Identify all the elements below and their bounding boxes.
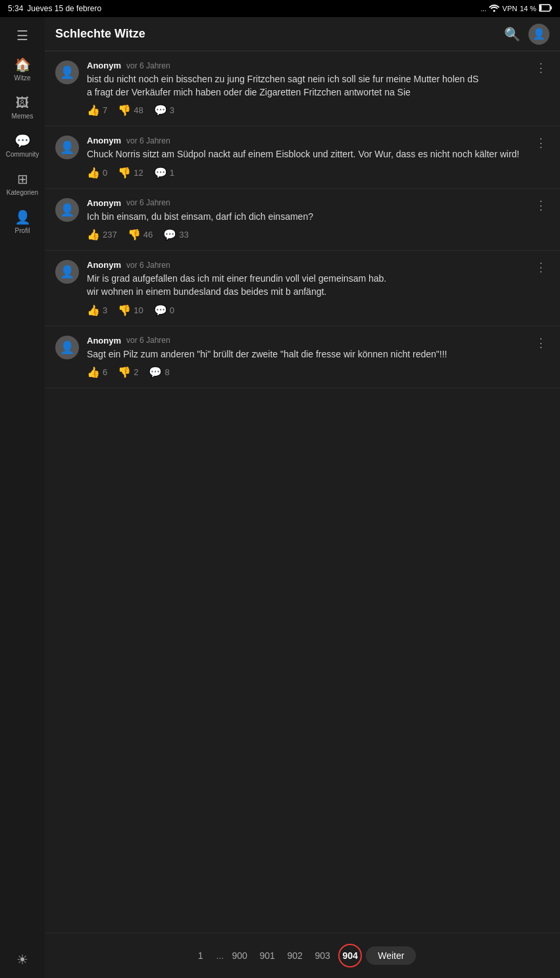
joke-avatar: 👤 bbox=[55, 61, 79, 84]
page-904-button[interactable]: 904 bbox=[338, 944, 362, 967]
theme-icon: ☀ bbox=[14, 952, 30, 967]
search-icon[interactable]: 🔍 bbox=[504, 26, 521, 42]
like-button[interactable]: 👍 0 bbox=[87, 167, 107, 179]
thumbs-up-icon: 👍 bbox=[87, 366, 100, 378]
joke-author: Anonym bbox=[87, 136, 121, 145]
joke-author: Anonym bbox=[87, 198, 121, 208]
community-icon: 💬 bbox=[14, 133, 30, 149]
kategorien-icon: ⊞ bbox=[14, 171, 30, 187]
dislike-button[interactable]: 👎 12 bbox=[118, 167, 143, 179]
menu-icon: ☰ bbox=[14, 28, 30, 43]
content-area: Schlechte Witze 🔍 👤 👤 Anonym vor 6 Jahre… bbox=[45, 17, 560, 978]
like-button[interactable]: 👍 237 bbox=[87, 228, 117, 241]
joke-text: Mir is grad aufgefallen das ich mit eine… bbox=[87, 272, 524, 298]
thumbs-down-icon: 👎 bbox=[118, 366, 131, 378]
page-903-button[interactable]: 903 bbox=[311, 944, 334, 967]
sidebar-item-menu[interactable]: ☰ bbox=[0, 22, 45, 49]
wifi-icon bbox=[489, 4, 499, 13]
comment-button[interactable]: 💬 8 bbox=[149, 366, 169, 378]
thumbs-down-icon: 👎 bbox=[118, 167, 131, 179]
app-container: ☰ 🏠 Witze 🖼 Memes 💬 Community ⊞ Kategori… bbox=[0, 17, 560, 978]
joke-author: Anonym bbox=[87, 336, 121, 346]
more-options-button[interactable]: ⋮ bbox=[532, 260, 549, 274]
battery-icon bbox=[539, 4, 552, 13]
comment-count: 3 bbox=[170, 105, 174, 115]
joke-time: vor 6 Jahren bbox=[126, 61, 170, 70]
sidebar-item-kategorien[interactable]: ⊞ Kategorien bbox=[0, 166, 45, 201]
comment-icon: 💬 bbox=[149, 366, 162, 378]
page-title: Schlechte Witze bbox=[55, 27, 504, 41]
like-count: 237 bbox=[103, 230, 117, 240]
comment-button[interactable]: 💬 0 bbox=[154, 304, 174, 317]
comment-icon: 💬 bbox=[163, 228, 176, 241]
page-next-button[interactable]: Weiter bbox=[366, 946, 416, 965]
sidebar-label-kategorien: Kategorien bbox=[7, 189, 38, 196]
joke-text: Ich bin einsam, du bist einsam, darf ich… bbox=[87, 211, 524, 224]
joke-time: vor 6 Jahren bbox=[126, 198, 170, 207]
status-time: 5:34 bbox=[8, 4, 23, 13]
like-count: 0 bbox=[103, 168, 107, 178]
joke-actions: 👍 237 👎 46 💬 33 bbox=[87, 228, 524, 241]
status-bar: 5:34 Jueves 15 de febrero ... VPN 14 % bbox=[0, 0, 560, 17]
comment-count: 0 bbox=[170, 305, 174, 315]
like-count: 6 bbox=[103, 367, 107, 377]
page-ellipsis: ... bbox=[216, 950, 224, 961]
comment-icon: 💬 bbox=[154, 167, 167, 179]
joke-time: vor 6 Jahren bbox=[126, 261, 170, 270]
sidebar-item-witze[interactable]: 🏠 Witze bbox=[0, 51, 45, 87]
joke-text: Chuck Norris sitzt am Südpol nackt auf e… bbox=[87, 148, 524, 161]
more-options-button[interactable]: ⋮ bbox=[532, 61, 549, 75]
sidebar-item-community[interactable]: 💬 Community bbox=[0, 128, 45, 163]
page-first-button[interactable]: 1 bbox=[189, 944, 213, 967]
profil-icon: 👤 bbox=[14, 209, 30, 225]
more-options-button[interactable]: ⋮ bbox=[532, 336, 549, 350]
app-header: Schlechte Witze 🔍 👤 bbox=[45, 17, 560, 51]
like-button[interactable]: 👍 3 bbox=[87, 304, 107, 317]
dislike-count: 48 bbox=[134, 105, 143, 115]
joke-avatar: 👤 bbox=[55, 336, 79, 359]
dislike-button[interactable]: 👎 46 bbox=[128, 228, 153, 241]
joke-body: Anonym vor 6 Jahren Chuck Norris sitzt a… bbox=[87, 136, 524, 179]
comment-icon: 💬 bbox=[154, 104, 167, 116]
page-901-button[interactable]: 901 bbox=[255, 944, 279, 967]
more-options-button[interactable]: ⋮ bbox=[532, 136, 549, 150]
more-options-button[interactable]: ⋮ bbox=[532, 198, 549, 213]
comment-button[interactable]: 💬 1 bbox=[154, 167, 174, 179]
sidebar-item-profil[interactable]: 👤 Profil bbox=[0, 204, 45, 240]
dislike-button[interactable]: 👎 10 bbox=[118, 304, 143, 317]
avatar[interactable]: 👤 bbox=[528, 24, 549, 45]
vpn-label: VPN bbox=[502, 5, 517, 13]
dislike-count: 2 bbox=[134, 367, 138, 377]
joke-list: 👤 Anonym vor 6 Jahren bist du nicht noch… bbox=[45, 51, 560, 933]
joke-actions: 👍 7 👎 48 💬 3 bbox=[87, 104, 524, 116]
like-count: 3 bbox=[103, 305, 107, 315]
dislike-count: 10 bbox=[134, 305, 143, 315]
joke-item: 👤 Anonym vor 6 Jahren Chuck Norris sitzt… bbox=[45, 126, 560, 189]
like-count: 7 bbox=[103, 105, 107, 115]
joke-text: Sagt ein Pilz zum anderen "hi" brüllt de… bbox=[87, 348, 524, 361]
joke-body: Anonym vor 6 Jahren bist du nicht noch e… bbox=[87, 61, 524, 116]
comment-button[interactable]: 💬 33 bbox=[163, 228, 188, 241]
page-902-button[interactable]: 902 bbox=[283, 944, 307, 967]
dislike-count: 46 bbox=[143, 230, 153, 240]
joke-avatar: 👤 bbox=[55, 260, 79, 284]
joke-meta: Anonym vor 6 Jahren bbox=[87, 336, 524, 346]
like-button[interactable]: 👍 6 bbox=[87, 366, 107, 378]
joke-author: Anonym bbox=[87, 61, 121, 70]
joke-body: Anonym vor 6 Jahren Mir is grad aufgefal… bbox=[87, 260, 524, 316]
thumbs-up-icon: 👍 bbox=[87, 228, 100, 241]
status-dots: ... bbox=[480, 5, 486, 13]
joke-item: 👤 Anonym vor 6 Jahren Ich bin einsam, du… bbox=[45, 189, 560, 251]
like-button[interactable]: 👍 7 bbox=[87, 104, 107, 116]
dislike-button[interactable]: 👎 2 bbox=[118, 366, 138, 378]
dislike-button[interactable]: 👎 48 bbox=[118, 104, 143, 116]
page-900-button[interactable]: 900 bbox=[228, 944, 251, 967]
joke-body: Anonym vor 6 Jahren Ich bin einsam, du b… bbox=[87, 198, 524, 242]
joke-actions: 👍 6 👎 2 💬 8 bbox=[87, 366, 524, 378]
home-icon: 🏠 bbox=[14, 57, 30, 72]
sidebar-item-memes[interactable]: 🖼 Memes bbox=[0, 90, 45, 125]
sidebar-label-memes: Memes bbox=[12, 113, 34, 120]
joke-author: Anonym bbox=[87, 260, 121, 270]
comment-button[interactable]: 💬 3 bbox=[154, 104, 174, 116]
sidebar-item-theme[interactable]: ☀ bbox=[0, 946, 45, 973]
